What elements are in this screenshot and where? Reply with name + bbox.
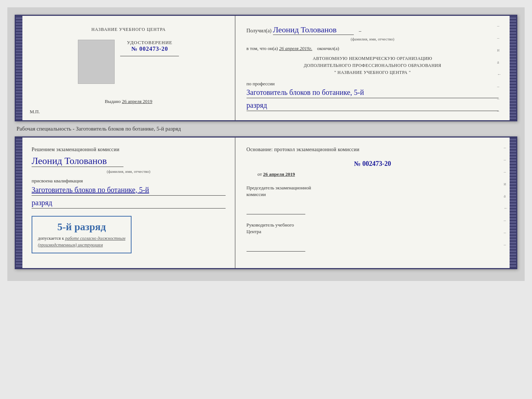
- org-line3: " НАЗВАНИЕ УЧЕБНОГО ЦЕНТРА ": [247, 69, 499, 76]
- poluchil-name: Леонид Толованов: [273, 25, 354, 35]
- predsedatel-block: Председатель экзаменационной комиссии: [247, 185, 499, 214]
- predsedatel-title: Председатель экзаменационной комиссии: [247, 185, 499, 198]
- mp-label: М.П.: [30, 109, 40, 115]
- book-spine-right-top: [510, 16, 516, 120]
- poluchil-prefix: Получил(а): [247, 28, 272, 33]
- page-wrapper: НАЗВАНИЕ УЧЕБНОГО ЦЕНТРА УДОСТОВЕРЕНИЕ №…: [7, 7, 525, 281]
- vydano-date: 26 апреля 2019: [122, 99, 152, 104]
- bottom-certificate-book: Решением экзаменационной комиссии Леонид…: [15, 136, 517, 270]
- right-dashes: – – и а ← – – –: [497, 23, 502, 114]
- specialty-label: Рабочая специальность - Заготовитель бло…: [17, 126, 517, 132]
- predsedatel-line2: комиссии: [247, 192, 266, 197]
- vydano-line: Выдано 26 апреля 2019: [105, 99, 152, 104]
- top-certificate-book: НАЗВАНИЕ УЧЕБНОГО ЦЕНТРА УДОСТОВЕРЕНИЕ №…: [15, 15, 517, 121]
- fio-label-bottom: (фамилия, имя, отчество): [32, 169, 226, 174]
- dopuskaetsya-text: допускается к: [38, 236, 64, 241]
- book-spine-right-bottom: [510, 138, 516, 268]
- person-name-bottom: Леонид Толованов: [32, 156, 123, 167]
- top-cert-left-page: НАЗВАНИЕ УЧЕБНОГО ЦЕНТРА УДОСТОВЕРЕНИЕ №…: [22, 16, 236, 120]
- protocol-number: № 002473-20: [247, 160, 499, 168]
- udostoverenie-number: № 002473-20: [120, 46, 179, 52]
- vtom-prefix: в том, что он(а): [247, 46, 278, 51]
- instrukciyi: (производственным) инструкциям: [38, 242, 103, 247]
- ot-date-row: от 26 апреля 2019: [247, 171, 499, 177]
- vydano-label: Выдано: [105, 99, 121, 104]
- rukovoditel-line1: Руководитель учебного: [247, 222, 294, 228]
- right-dashes-bottom: – – – и а ← – – –: [504, 145, 508, 247]
- photo-placeholder: [78, 40, 115, 84]
- stamp-razryad: 5-й разряд: [38, 221, 125, 233]
- udostoverenie-block: УДОСТОВЕРЕНИЕ № 002473-20: [120, 40, 179, 60]
- dopuskaetsya-rest: работе согласно должностным: [65, 236, 125, 241]
- poluchil-row: Получил(а) Леонид Толованов –: [247, 25, 499, 35]
- institution-label-top: НАЗВАНИЕ УЧЕБНОГО ЦЕНТРА: [91, 27, 166, 32]
- kvalifikaciya-name: Заготовитель блоков по ботанике, 5-й: [32, 186, 226, 196]
- book-spine-left-bottom: [16, 138, 22, 268]
- predsedatel-signature-line: [247, 207, 305, 214]
- person-name-block: Леонид Толованов: [32, 156, 226, 168]
- fio-label-top: (фамилия, имя, отчество): [247, 37, 499, 41]
- top-cert-right-page: Получил(а) Леонид Толованов – (фамилия, …: [236, 16, 510, 120]
- predsedatel-line1: Председатель экзаменационной: [247, 185, 311, 190]
- org-line2: ДОПОЛНИТЕЛЬНОГО ПРОФЕССИОНАЛЬНОГО ОБРАЗО…: [247, 62, 499, 69]
- okonchil-label: окончил(а): [317, 46, 339, 51]
- rukovoditel-title: Руководитель учебного Центра: [247, 222, 499, 235]
- po-professii-label: по профессии: [247, 81, 499, 87]
- resheniem-text: Решением экзаменационной комиссии: [32, 147, 226, 153]
- bottom-cert-left-page: Решением экзаменационной комиссии Леонид…: [22, 138, 236, 268]
- razryad-top: разряд: [247, 101, 499, 111]
- rukovoditel-signature-line: [247, 244, 305, 252]
- dopuskaetsya-line: допускается к работе согласно должностны…: [38, 235, 125, 248]
- vtom-line: в том, что он(а) 26 апреля 2019г. окончи…: [247, 46, 499, 51]
- rukovoditel-block: Руководитель учебного Центра: [247, 222, 499, 252]
- book-spine-left: [16, 16, 22, 120]
- prisvoena-label: присвоена квалификация: [32, 178, 226, 184]
- bottom-cert-right-page: Основание: протокол экзаменационной коми…: [236, 138, 510, 268]
- org-block: АВТОНОМНУЮ НЕКОММЕРЧЕСКУЮ ОРГАНИЗАЦИЮ ДО…: [247, 55, 499, 76]
- org-line1: АВТОНОМНУЮ НЕКОММЕРЧЕСКУЮ ОРГАНИЗАЦИЮ: [247, 55, 499, 62]
- ot-date-val: 26 апреля 2019: [263, 171, 295, 177]
- osnovanie-title: Основание: протокол экзаменационной коми…: [247, 147, 499, 153]
- vtom-date: 26 апреля 2019г.: [279, 46, 312, 51]
- rukovoditel-line2: Центра: [247, 229, 261, 234]
- udostoverenie-title: УДОСТОВЕРЕНИЕ: [120, 40, 179, 46]
- razryad-bottom: разряд: [32, 199, 226, 209]
- professiya-name: Заготовитель блоков по ботанике, 5-й: [247, 88, 499, 98]
- ot-label: от: [258, 171, 262, 177]
- stamp-box: 5-й разряд допускается к работе согласно…: [32, 216, 132, 253]
